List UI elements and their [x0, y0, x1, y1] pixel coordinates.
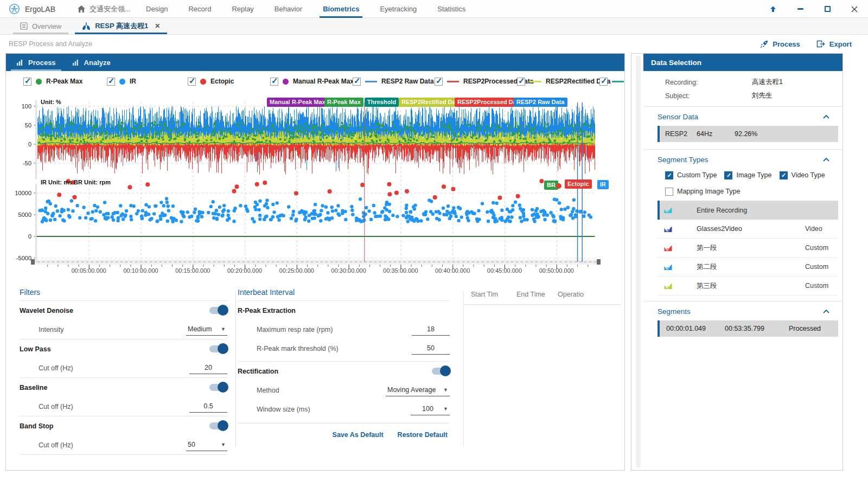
- process-button[interactable]: Process: [760, 40, 800, 48]
- custom-type-checkbox[interactable]: Custom Type: [665, 171, 717, 179]
- legend-item-ir[interactable]: IR: [107, 75, 136, 87]
- rpeak-threshold-input[interactable]: 50: [412, 343, 450, 355]
- list-item-glasses2video[interactable]: Glasses2Video Video: [658, 220, 838, 239]
- segment-types-section-header[interactable]: Segment Types: [643, 152, 843, 167]
- checkbox-icon[interactable]: [780, 171, 788, 179]
- image-type-checkbox[interactable]: Image Type: [724, 171, 771, 179]
- chevron-up-icon[interactable]: [823, 115, 829, 119]
- segments-title: Segments: [658, 307, 691, 316]
- checkbox-icon[interactable]: [665, 188, 673, 196]
- baseline-cutoff-input[interactable]: 0.5: [189, 401, 227, 413]
- chevron-up-icon[interactable]: [823, 158, 829, 162]
- checkbox-icon[interactable]: [599, 78, 608, 86]
- band-stop-cutoff-select[interactable]: 50 ▼: [186, 439, 227, 451]
- list-item-segment-1[interactable]: 第一段 Custom: [658, 239, 838, 258]
- upload-button[interactable]: [760, 0, 787, 18]
- rectification-toggle[interactable]: [432, 368, 450, 375]
- segment-icon: [664, 207, 673, 214]
- checkbox-icon[interactable]: [107, 78, 115, 86]
- save-as-default-button[interactable]: Save As Default: [333, 431, 384, 439]
- menu-design[interactable]: Design: [136, 0, 178, 18]
- toggle-knob: [440, 365, 451, 376]
- tab-close-icon[interactable]: ✕: [155, 22, 160, 30]
- legend-item-rpeak-max[interactable]: R-Peak Max: [23, 75, 82, 87]
- legend-item-ectopic[interactable]: Ectopic: [188, 75, 234, 87]
- dot-marker-icon: [283, 79, 289, 85]
- legend-item-threshold[interactable]: [599, 75, 624, 87]
- menu-behavior[interactable]: Behavior: [264, 0, 312, 18]
- dot-marker-icon: [36, 79, 42, 85]
- export-icon: [816, 40, 825, 48]
- menu-record[interactable]: Record: [178, 0, 221, 18]
- method-select[interactable]: Moving Average ▼: [386, 384, 450, 396]
- band-stop-toggle[interactable]: [209, 422, 227, 429]
- window-size-select[interactable]: 100 ▼: [411, 403, 450, 415]
- legend-item-rectified-data[interactable]: RESP2Rectified Data: [517, 75, 610, 87]
- baseline-toggle[interactable]: [209, 384, 227, 391]
- panel-scrollbar[interactable]: [636, 56, 641, 468]
- close-icon: [851, 6, 858, 12]
- tab-overview[interactable]: Overview: [12, 18, 69, 34]
- max-resp-rate-label: Maximum resp rate (rpm): [257, 326, 333, 333]
- low-pass-toggle[interactable]: [209, 345, 227, 352]
- segment-name: 第一段: [697, 243, 805, 253]
- segment-status: Processed: [789, 325, 821, 332]
- filters-section: Filters Wavelet Denoise Intensity Medium…: [20, 288, 227, 455]
- maximize-button[interactable]: [814, 0, 841, 18]
- minimize-button[interactable]: [787, 0, 814, 18]
- checkbox-icon[interactable]: [724, 171, 732, 179]
- segment-row[interactable]: 00:00:01.049 00:53:35.799 Processed: [658, 320, 838, 337]
- lungs-icon: [82, 22, 91, 30]
- breadcrumb: RESP Process and Analyze: [9, 40, 92, 48]
- document-tabs: Overview RESP 高速去程1 ✕: [0, 18, 868, 35]
- wavelet-denoise-toggle[interactable]: [209, 307, 227, 314]
- data-selection-header: Data Selection: [643, 54, 843, 71]
- tab-indicator: [75, 33, 167, 34]
- checkbox-icon[interactable]: [353, 78, 361, 86]
- line-marker-icon: [612, 81, 624, 82]
- mapping-image-type-checkbox[interactable]: Mapping Image Type: [665, 188, 741, 196]
- list-item-entire-recording[interactable]: Entire Recording: [658, 201, 838, 220]
- column-divider: [463, 291, 464, 447]
- panel-tab-process[interactable]: Process: [8, 54, 64, 71]
- checkbox-icon[interactable]: [435, 78, 443, 86]
- chevron-up-icon[interactable]: [823, 310, 829, 313]
- menu-statistics[interactable]: Statistics: [427, 0, 476, 18]
- recording-label: Recording:: [665, 79, 752, 86]
- export-button-label: Export: [829, 40, 852, 48]
- export-button[interactable]: Export: [816, 40, 852, 48]
- toggle-knob: [218, 305, 228, 316]
- panel-tab-analyze[interactable]: Analyze: [64, 54, 119, 71]
- menu-eyetracking[interactable]: Eyetracking: [369, 0, 427, 18]
- sensor-row-resp2[interactable]: RESP2 64Hz 92.26%: [658, 126, 838, 142]
- checkbox-icon[interactable]: [188, 78, 196, 86]
- top-unit-label: Unit: %: [41, 99, 61, 105]
- close-button[interactable]: [841, 0, 868, 18]
- menu-replay[interactable]: Replay: [221, 0, 264, 18]
- legend-item-manual-rpeak[interactable]: Manual R-Peak Max: [270, 75, 354, 87]
- sensor-data-section-header[interactable]: Sensor Data: [643, 109, 843, 124]
- tab-resp[interactable]: RESP 高速去程1 ✕: [74, 18, 168, 34]
- segments-section-header[interactable]: Segments: [643, 304, 843, 319]
- app-brand: ErgoLAB: [9, 0, 55, 18]
- max-resp-rate-input[interactable]: 18: [412, 324, 450, 336]
- toggle-knob: [218, 382, 228, 393]
- project-tab[interactable]: 交通安全领...: [78, 0, 131, 18]
- wavelet-denoise-label: Wavelet Denoise: [20, 307, 73, 314]
- list-item-segment-3[interactable]: 第三段 Custom: [658, 277, 838, 296]
- checkbox-icon[interactable]: [23, 78, 31, 86]
- menu-biometrics[interactable]: Biometrics: [312, 0, 369, 18]
- checkbox-icon[interactable]: [665, 171, 673, 179]
- video-type-checkbox[interactable]: Video Type: [780, 171, 825, 179]
- checkbox-icon[interactable]: [517, 78, 525, 86]
- legend-item-raw-data[interactable]: RESP2 Raw Data: [353, 75, 434, 87]
- low-pass-cutoff-input[interactable]: 20: [189, 362, 227, 374]
- chart-label-manual-rpeak-max: Manual R-Peak Max: [267, 98, 328, 107]
- restore-default-button[interactable]: Restore Default: [398, 431, 448, 439]
- operations-table: Start Tim End Time Operatio: [464, 288, 621, 305]
- checkbox-icon[interactable]: [270, 78, 278, 86]
- list-item-segment-2[interactable]: 第二段 Custom: [658, 258, 838, 277]
- segment-icon: [664, 245, 673, 252]
- intensity-select[interactable]: Medium ▼: [186, 324, 227, 336]
- sensor-rate: 64Hz: [697, 130, 735, 138]
